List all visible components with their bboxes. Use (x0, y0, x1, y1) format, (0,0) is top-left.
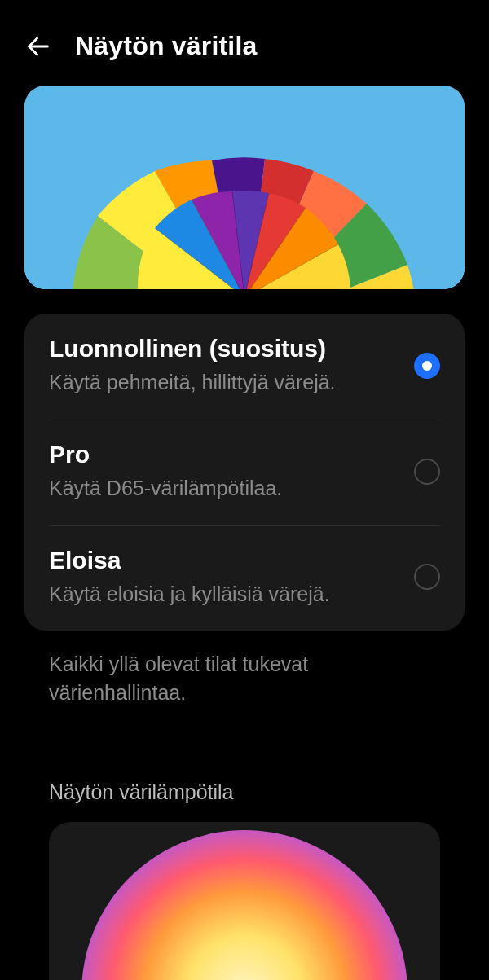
radio-selected-icon[interactable] (414, 353, 440, 379)
svg-point-9 (82, 830, 408, 980)
back-icon[interactable] (24, 33, 52, 60)
color-preview-image (24, 86, 465, 289)
color-mode-option-pro[interactable]: Pro Käytä D65-värilämpötilaa. (24, 420, 465, 525)
content: Luonnollinen (suositus) Käytä pehmeitä, … (0, 86, 489, 980)
option-title: Eloisa (49, 547, 399, 574)
color-temperature-section-title: Näytön värilämpötila (24, 707, 465, 822)
option-title: Pro (49, 441, 399, 468)
option-description: Käytä pehmeitä, hillittyjä värejä. (49, 369, 399, 397)
option-text: Pro Käytä D65-värilämpötilaa. (49, 441, 399, 503)
radio-unselected-icon[interactable] (414, 459, 440, 485)
color-mode-option-vivid[interactable]: Eloisa Käytä eloisia ja kylläisiä värejä… (24, 525, 465, 631)
radio-unselected-icon[interactable] (414, 564, 440, 590)
color-temperature-card[interactable] (49, 822, 440, 980)
settings-screen: Näytön väritila (0, 0, 489, 980)
option-description: Käytä eloisia ja kylläisiä värejä. (49, 581, 399, 609)
option-description: Käytä D65-värilämpötilaa. (49, 475, 399, 503)
color-mode-option-natural[interactable]: Luonnollinen (suositus) Käytä pehmeitä, … (24, 314, 465, 420)
option-title: Luonnollinen (suositus) (49, 335, 399, 363)
option-text: Luonnollinen (suositus) Käytä pehmeitä, … (49, 335, 399, 397)
color-mode-options-card: Luonnollinen (suositus) Käytä pehmeitä, … (24, 314, 465, 631)
options-footnote: Kaikki yllä olevat tilat tukevat värienh… (24, 631, 465, 707)
header-bar: Näytön väritila (0, 0, 489, 86)
page-title: Näytön väritila (75, 31, 258, 61)
option-text: Eloisa Käytä eloisia ja kylläisiä värejä… (49, 547, 399, 609)
